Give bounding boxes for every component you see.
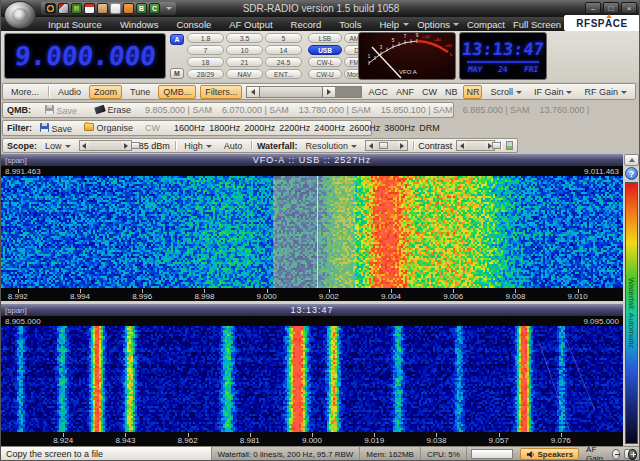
fullscreen-button[interactable]: Full Screen bbox=[513, 19, 561, 30]
menu-tools[interactable]: Tools bbox=[330, 19, 370, 30]
resolution-dropdown[interactable]: Resolution bbox=[302, 140, 362, 152]
anf-toggle[interactable]: ANF bbox=[394, 86, 416, 98]
mode-usb-button[interactable]: USB bbox=[308, 45, 342, 55]
filter-cw-button[interactable]: CW bbox=[141, 122, 164, 134]
waterfall1-header[interactable]: [span] VFO-A :: USB :: 2527Hz bbox=[1, 154, 623, 166]
scope-low-slider[interactable] bbox=[79, 140, 132, 151]
bandwidth-2200[interactable]: 2200Hz bbox=[279, 123, 310, 133]
audio-button[interactable]: Audio bbox=[54, 86, 85, 98]
band-button[interactable]: 7 bbox=[187, 45, 224, 55]
restore-button[interactable]: □ bbox=[603, 2, 619, 14]
vfo-a-button[interactable]: A bbox=[170, 34, 184, 45]
mode-cwu-button[interactable]: CW-U bbox=[308, 69, 342, 79]
bandwidth-1800[interactable]: 1800Hz bbox=[209, 123, 240, 133]
vfo-m-button[interactable]: M bbox=[170, 68, 184, 79]
scope-auto-button[interactable]: Auto bbox=[220, 140, 247, 152]
band-button[interactable]: 18 bbox=[187, 57, 224, 67]
if-gain-dropdown[interactable]: IF Gain bbox=[530, 86, 577, 98]
nav-button[interactable]: NAV bbox=[226, 69, 263, 79]
menu-record[interactable]: Record bbox=[282, 19, 331, 30]
waterfall2-header[interactable]: [span] 13:13:47 bbox=[1, 304, 623, 316]
menu-af-output[interactable]: AF Output bbox=[220, 19, 281, 30]
mode-lsb-button[interactable]: LSB bbox=[308, 33, 342, 43]
qmb-save-button[interactable]: Save bbox=[41, 104, 81, 117]
band-button[interactable]: 14 bbox=[265, 45, 302, 55]
scope-high-dropdown[interactable]: High bbox=[180, 140, 216, 152]
enter-button[interactable]: ENT... bbox=[265, 69, 302, 79]
contact-icon[interactable] bbox=[97, 3, 108, 14]
qmb-memory-6[interactable]: 13.760.000 | bbox=[540, 105, 590, 115]
waterfall1-display[interactable] bbox=[1, 176, 623, 288]
filter-organise-button[interactable]: Organise bbox=[80, 122, 137, 134]
bandwidth-2600[interactable]: 2600Hz bbox=[349, 123, 380, 133]
palette-icon[interactable] bbox=[506, 141, 513, 150]
resolution-slider[interactable] bbox=[365, 140, 407, 151]
minimize-button[interactable]: – bbox=[585, 2, 601, 14]
zoom-scrollbar[interactable] bbox=[246, 86, 362, 98]
scroll-dropdown[interactable]: Scroll bbox=[486, 86, 526, 98]
bandwidth-2000[interactable]: 2000Hz bbox=[244, 123, 275, 133]
menu-windows[interactable]: Windows bbox=[111, 19, 168, 30]
band-button[interactable]: 21 bbox=[226, 57, 263, 67]
band-button[interactable]: 1.8 bbox=[187, 33, 224, 43]
scroll-left-icon[interactable] bbox=[247, 87, 259, 97]
more-button[interactable]: More... bbox=[7, 86, 43, 98]
scrollbar-thumb[interactable] bbox=[259, 87, 323, 97]
tune-button[interactable]: Tune bbox=[126, 86, 154, 98]
band-button[interactable]: 24.5 bbox=[265, 57, 302, 67]
speakers-button[interactable]: Speakers bbox=[520, 448, 580, 460]
bandwidth-drm[interactable]: DRM bbox=[419, 123, 440, 133]
band-button[interactable]: 3.5 bbox=[226, 33, 263, 43]
agc-toggle[interactable]: AGC bbox=[366, 86, 390, 98]
c-badge-icon[interactable]: C bbox=[149, 3, 160, 14]
document-icon[interactable] bbox=[110, 3, 121, 14]
b-badge-icon[interactable]: B bbox=[136, 3, 147, 14]
zoom-button[interactable]: Zoom bbox=[89, 85, 122, 99]
scroll-up-button[interactable] bbox=[624, 154, 639, 166]
close-button[interactable]: × bbox=[621, 2, 637, 14]
qmb-erase-button[interactable]: Erase bbox=[91, 104, 135, 116]
cw-toggle[interactable]: CW bbox=[420, 86, 439, 98]
bandwidth-3800[interactable]: 3800Hz bbox=[384, 123, 415, 133]
app-menu-orb[interactable] bbox=[4, 1, 36, 29]
calendar-icon[interactable] bbox=[84, 3, 95, 14]
scope-low-dropdown[interactable]: Low bbox=[41, 140, 75, 152]
qmb-memory-5[interactable]: 6.885.000 | SAM bbox=[463, 105, 530, 115]
home-icon[interactable] bbox=[123, 3, 134, 14]
tools-icon[interactable] bbox=[58, 3, 69, 14]
menu-input-source[interactable]: Input Source bbox=[39, 19, 111, 30]
bandwidth-2400[interactable]: 2400Hz bbox=[314, 123, 345, 133]
band-button[interactable]: 5 bbox=[265, 33, 302, 43]
rf-gain-dropdown[interactable]: RF Gain bbox=[580, 86, 631, 98]
qmb-memory-1[interactable]: 9.805.000 | SAM bbox=[145, 105, 212, 115]
compact-button[interactable]: Compact bbox=[467, 19, 505, 30]
waterfall2-display[interactable] bbox=[1, 326, 623, 432]
contrast-slider[interactable] bbox=[456, 140, 495, 151]
bandwidth-1600[interactable]: 1600Hz bbox=[174, 123, 205, 133]
qmb-memory-4[interactable]: 15.850.100 | SAM bbox=[381, 105, 453, 115]
menu-console[interactable]: Console bbox=[167, 19, 220, 30]
nb-toggle[interactable]: NB bbox=[443, 86, 460, 98]
qat-overflow-icon[interactable] bbox=[166, 7, 172, 10]
mode-cwl-button[interactable]: CW-L bbox=[308, 57, 342, 67]
help-button[interactable]: ? bbox=[625, 167, 638, 180]
band-button[interactable]: 10 bbox=[226, 45, 263, 55]
qmb-button[interactable]: QMB... bbox=[158, 85, 196, 99]
filters-button[interactable]: Filters... bbox=[200, 85, 242, 99]
volume-up-icon[interactable] bbox=[628, 449, 637, 460]
qmb-memory-3[interactable]: 13.780.000 | SAM bbox=[299, 105, 371, 115]
waterfall-colorbar[interactable]: Waterfall: Automatic bbox=[625, 182, 638, 444]
ribbon-collapse-icon[interactable] bbox=[403, 23, 409, 26]
frequency-display[interactable]: 9.000.000 bbox=[4, 33, 166, 79]
volume-down-icon[interactable] bbox=[612, 449, 621, 460]
power-icon[interactable] bbox=[45, 3, 56, 14]
nr-toggle[interactable]: NR bbox=[463, 85, 482, 99]
qmb-memory-2[interactable]: 6.070.000 | SAM bbox=[222, 105, 289, 115]
rfspace-logo: RFSPACE bbox=[564, 15, 640, 31]
scroll-right-icon[interactable] bbox=[323, 87, 335, 97]
band-button[interactable]: 28/29 bbox=[187, 69, 224, 79]
filter-save-button[interactable]: Save bbox=[36, 122, 76, 135]
options-menu[interactable]: Options bbox=[417, 19, 459, 30]
scrollbar-track[interactable] bbox=[335, 87, 361, 97]
display-icon[interactable] bbox=[71, 3, 82, 14]
